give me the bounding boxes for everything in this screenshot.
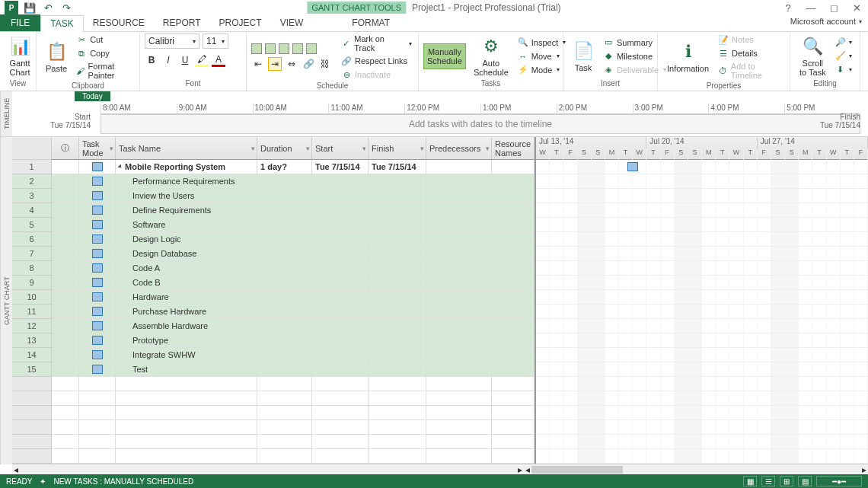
col-resource-names[interactable]: Resource Names xyxy=(492,137,535,159)
row-header[interactable]: 3 xyxy=(12,189,52,203)
find-button[interactable]: 🔎▾ xyxy=(834,37,854,49)
table-row[interactable]: Design Database xyxy=(52,247,535,261)
table-row[interactable] xyxy=(52,435,535,449)
clear-button[interactable]: 🧹▾ xyxy=(834,50,854,62)
table-row[interactable]: Prototype xyxy=(52,333,535,348)
table-row[interactable]: Performance Requirements xyxy=(52,174,535,189)
font-size-select[interactable]: 11▾ xyxy=(203,33,228,49)
table-row[interactable] xyxy=(52,406,535,420)
tab-task[interactable]: TASK xyxy=(40,15,83,32)
col-task-name[interactable]: Task Name▾ xyxy=(116,137,257,159)
row-header[interactable]: 6 xyxy=(12,232,52,247)
notes-button[interactable]: 📝Notes xyxy=(716,33,785,46)
mark-on-track-button[interactable]: ✓Mark on Track▾ xyxy=(340,33,413,53)
select-all-corner[interactable] xyxy=(12,137,52,160)
move-button[interactable]: ↔Move▾ xyxy=(516,50,567,62)
pct-25-icon[interactable] xyxy=(265,43,276,54)
scroll-to-task-button[interactable]: 🔍Scroll to Task xyxy=(795,34,831,78)
view-calendar-icon[interactable]: ▤ xyxy=(798,476,812,486)
row-header[interactable]: 5 xyxy=(12,218,52,232)
row-header[interactable]: 8 xyxy=(12,261,52,276)
table-row[interactable]: Test xyxy=(52,362,535,377)
table-h-scrollbar[interactable]: ◂▸ xyxy=(12,464,524,474)
view-usage-icon[interactable]: ☰ xyxy=(761,476,775,486)
add-timeline-button[interactable]: ⏱Add to Timeline xyxy=(716,61,785,81)
row-header[interactable]: 10 xyxy=(12,290,52,305)
col-info[interactable]: ⓘ xyxy=(52,137,79,159)
row-header[interactable]: 13 xyxy=(12,333,52,348)
col-duration[interactable]: Duration▾ xyxy=(257,137,312,159)
help-icon[interactable]: ? xyxy=(780,1,796,14)
col-task-mode[interactable]: Task Mode▾ xyxy=(79,137,116,159)
col-finish[interactable]: Finish▾ xyxy=(369,137,426,159)
close-icon[interactable]: ✕ xyxy=(848,1,865,14)
pct-0-icon[interactable] xyxy=(251,43,262,54)
row-header[interactable]: 11 xyxy=(12,305,52,319)
copy-button[interactable]: ⧉Copy xyxy=(75,47,135,59)
gantt-vertical-tab[interactable]: GANTT CHART xyxy=(0,137,12,464)
paste-button[interactable]: 📋Paste xyxy=(41,40,72,75)
auto-schedule-button[interactable]: ⚙Auto Schedule xyxy=(469,34,513,78)
undo-icon[interactable]: ↶ xyxy=(41,1,55,14)
row-header[interactable]: 4 xyxy=(12,203,52,218)
bold-button[interactable]: B xyxy=(145,53,158,67)
table-row[interactable]: Mobile Reporting System 1 day? Tue 7/15/… xyxy=(52,160,535,174)
save-icon[interactable]: 💾 xyxy=(23,1,37,14)
row-header[interactable]: 1 xyxy=(12,160,52,174)
information-button[interactable]: ℹInformation xyxy=(662,40,713,75)
table-row[interactable]: Code A xyxy=(52,261,535,276)
inactivate-button[interactable]: ⊖Inactivate xyxy=(340,69,413,81)
italic-button[interactable]: I xyxy=(161,53,175,67)
gantt-chart-area[interactable]: Jul 13, '14Jul 20, '14Jul 27, '14 WTFSSM… xyxy=(536,137,868,464)
row-header[interactable]: 2 xyxy=(12,174,52,189)
gantt-bar[interactable] xyxy=(627,162,638,171)
table-row[interactable]: Hardware xyxy=(52,290,535,305)
font-color-button[interactable]: A xyxy=(212,53,225,67)
manually-schedule-button[interactable]: Manually Schedule xyxy=(423,43,466,69)
table-row[interactable]: Code B xyxy=(52,276,535,290)
minimize-icon[interactable]: — xyxy=(803,1,819,14)
outdent-button[interactable]: ⇤ xyxy=(251,57,265,71)
split-task-icon[interactable]: ⇔ xyxy=(285,57,298,71)
gantt-h-scrollbar[interactable]: ◂▸ xyxy=(524,464,868,474)
indent-button[interactable]: ⇥ xyxy=(268,57,282,71)
table-row[interactable]: Software xyxy=(52,218,535,232)
timeline-hint[interactable]: Add tasks with dates to the timeline xyxy=(101,114,860,134)
table-row[interactable]: Purchase Hardware xyxy=(52,305,535,319)
table-row[interactable]: Integrate SWHW xyxy=(52,348,535,362)
underline-button[interactable]: U xyxy=(178,53,192,67)
table-row[interactable] xyxy=(52,391,535,406)
col-start[interactable]: Start▾ xyxy=(312,137,369,159)
table-row[interactable]: Design Logic xyxy=(52,232,535,247)
row-header[interactable]: 15 xyxy=(12,362,52,377)
tab-format[interactable]: FORMAT xyxy=(343,14,399,31)
tab-file[interactable]: FILE xyxy=(0,14,40,31)
format-painter-button[interactable]: 🖌Format Painter xyxy=(75,61,135,81)
pct-100-icon[interactable] xyxy=(306,43,317,54)
zoom-slider[interactable]: ━●━ xyxy=(816,476,862,486)
cut-button[interactable]: ✂Cut xyxy=(75,33,135,46)
pct-75-icon[interactable] xyxy=(292,43,303,54)
table-row[interactable]: Assemble Hardware xyxy=(52,319,535,333)
redo-icon[interactable]: ↷ xyxy=(59,1,73,14)
table-row[interactable] xyxy=(52,420,535,435)
tab-view[interactable]: VIEW xyxy=(271,14,313,31)
table-row[interactable]: Inview the Users xyxy=(52,189,535,203)
fill-color-button[interactable]: 🖍 xyxy=(195,53,209,67)
view-gantt-icon[interactable]: ▦ xyxy=(743,476,757,486)
mode-button[interactable]: ⚡Mode▾ xyxy=(516,64,567,76)
inspect-button[interactable]: 🔍Inspect▾ xyxy=(516,37,567,49)
view-network-icon[interactable]: ⊞ xyxy=(780,476,793,486)
tab-project[interactable]: PROJECT xyxy=(210,14,271,31)
account-label[interactable]: Microsoft account ▾ xyxy=(790,17,862,26)
row-header[interactable]: 12 xyxy=(12,319,52,333)
restore-icon[interactable]: ◻ xyxy=(825,1,842,14)
insert-task-button[interactable]: 📄Task xyxy=(568,39,598,74)
font-name-select[interactable]: Calibri▾ xyxy=(145,33,199,49)
details-button[interactable]: ☰Details xyxy=(716,47,785,59)
respect-links-button[interactable]: 🔗Respect Links xyxy=(340,55,413,67)
unlink-icon[interactable]: ⛓ xyxy=(318,57,332,71)
row-header[interactable]: 9 xyxy=(12,276,52,290)
tab-resource[interactable]: RESOURCE xyxy=(84,14,154,31)
gantt-chart-button[interactable]: 📊Gantt Chart xyxy=(5,34,35,78)
